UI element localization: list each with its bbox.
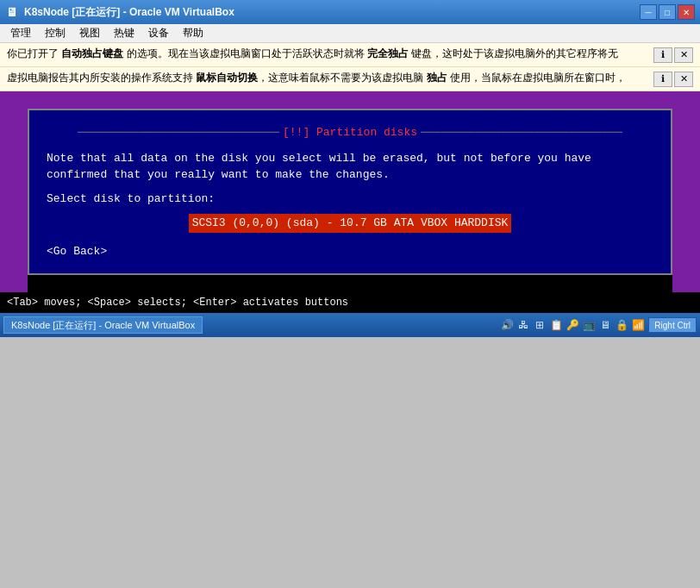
window-controls: ─ □ ✕ bbox=[640, 4, 695, 20]
notif-bold-4: 独占 bbox=[427, 72, 447, 84]
right-ctrl-button[interactable]: Right Ctrl bbox=[648, 317, 697, 333]
title-border-right: ────────────────────────────── bbox=[421, 124, 622, 141]
menu-device[interactable]: 设备 bbox=[141, 24, 176, 42]
app-icon: 🖥 bbox=[5, 5, 19, 19]
tray-icon-7[interactable]: 🖥 bbox=[598, 318, 612, 332]
restore-button[interactable]: □ bbox=[659, 4, 676, 20]
notification-mouse-text: 虚拟电脑报告其内所安装的操作系统支持 鼠标自动切换，这意味着鼠标不需要为该虚拟电… bbox=[7, 71, 653, 85]
tray-icon-6[interactable]: 📺 bbox=[582, 318, 596, 332]
dialog-line1: Note that all data on the disk you selec… bbox=[47, 150, 653, 167]
taskbar: K8sNode [正在运行] - Oracle VM VirtualBox 🔊 … bbox=[0, 313, 700, 337]
notification-mouse-info[interactable]: ℹ bbox=[653, 72, 672, 87]
taskbar-app-button[interactable]: K8sNode [正在运行] - Oracle VM VirtualBox bbox=[3, 316, 203, 334]
notification-mouse-close[interactable]: ✕ bbox=[674, 72, 693, 87]
dialog-title-text: [!!] Partition disks bbox=[283, 124, 417, 141]
notification-mouse: 虚拟电脑报告其内所安装的操作系统支持 鼠标自动切换，这意味着鼠标不需要为该虚拟电… bbox=[0, 67, 700, 91]
menu-manage[interactable]: 管理 bbox=[3, 24, 38, 42]
tray-icons: 🔊 🖧 ⊞ 📋 🔑 📺 🖥 🔒 📶 bbox=[500, 318, 645, 332]
terminal-content: ────────────────────────────── [!!] Part… bbox=[29, 110, 671, 273]
notif-bold-3: 鼠标自动切换 bbox=[196, 72, 258, 84]
notification-keyboard-text: 你已打开了 自动独占键盘 的选项。现在当该虚拟电脑窗口处于活跃状态时就将 完全独… bbox=[7, 47, 653, 61]
notification-keyboard-close[interactable]: ✕ bbox=[674, 47, 693, 63]
notification-mouse-icons: ℹ ✕ bbox=[653, 72, 693, 87]
vm-background: ────────────────────────────── [!!] Part… bbox=[0, 91, 700, 292]
notif-bold-1: 自动独占键盘 bbox=[61, 47, 123, 59]
tray-icon-4[interactable]: 📋 bbox=[549, 318, 563, 332]
menu-control[interactable]: 控制 bbox=[38, 24, 72, 42]
disk-option-row[interactable]: SCSI3 (0,0,0) (sda) - 10.7 GB ATA VBOX H… bbox=[47, 214, 653, 233]
menu-bar: 管理 控制 视图 热键 设备 帮助 bbox=[0, 24, 700, 43]
terminal-dialog: ────────────────────────────── [!!] Part… bbox=[28, 109, 672, 275]
menu-help[interactable]: 帮助 bbox=[176, 24, 210, 42]
tray-icon-8[interactable]: 🔒 bbox=[615, 318, 628, 332]
go-back-button[interactable]: <Go Back> bbox=[47, 243, 653, 260]
notification-keyboard: 你已打开了 自动独占键盘 的选项。现在当该虚拟电脑窗口处于活跃状态时就将 完全独… bbox=[0, 43, 700, 67]
tray-icon-3[interactable]: ⊞ bbox=[533, 318, 547, 332]
tray-icon-1[interactable]: 🔊 bbox=[500, 318, 514, 332]
menu-view[interactable]: 视图 bbox=[72, 24, 107, 42]
disk-option[interactable]: SCSI3 (0,0,0) (sda) - 10.7 GB ATA VBOX H… bbox=[189, 214, 512, 233]
notif-bold-2: 完全独占 bbox=[367, 47, 409, 59]
close-button[interactable]: ✕ bbox=[678, 4, 695, 20]
title-border-left: ────────────────────────────── bbox=[78, 124, 279, 141]
minimize-button[interactable]: ─ bbox=[640, 4, 657, 20]
taskbar-left: K8sNode [正在运行] - Oracle VM VirtualBox bbox=[3, 316, 203, 334]
dialog-title-row: ────────────────────────────── [!!] Part… bbox=[47, 124, 653, 141]
taskbar-right: 🔊 🖧 ⊞ 📋 🔑 📺 🖥 🔒 📶 Right Ctrl bbox=[500, 317, 697, 333]
terminal-bottom-pad bbox=[28, 275, 672, 292]
dialog-line3 bbox=[47, 184, 653, 191]
vm-area: ────────────────────────────── [!!] Part… bbox=[0, 91, 700, 313]
notification-keyboard-icons: ℹ ✕ bbox=[653, 47, 693, 63]
status-text: <Tab> moves; <Space> selects; <Enter> ac… bbox=[7, 297, 348, 309]
window-title: K8sNode [正在运行] - Oracle VM VirtualBox bbox=[24, 5, 640, 20]
notification-keyboard-info[interactable]: ℹ bbox=[653, 47, 672, 63]
dialog-line4: Select disk to partition: bbox=[47, 191, 653, 208]
tray-icon-9[interactable]: 📶 bbox=[631, 318, 645, 332]
title-bar: 🖥 K8sNode [正在运行] - Oracle VM VirtualBox … bbox=[0, 0, 700, 24]
menu-hotkey[interactable]: 热键 bbox=[107, 24, 141, 42]
dialog-line2: confirmed that you really want to make t… bbox=[47, 166, 653, 184]
tray-icon-5[interactable]: 🔑 bbox=[566, 318, 579, 332]
vm-status-bar: <Tab> moves; <Space> selects; <Enter> ac… bbox=[0, 292, 700, 313]
tray-icon-2[interactable]: 🖧 bbox=[516, 318, 530, 332]
